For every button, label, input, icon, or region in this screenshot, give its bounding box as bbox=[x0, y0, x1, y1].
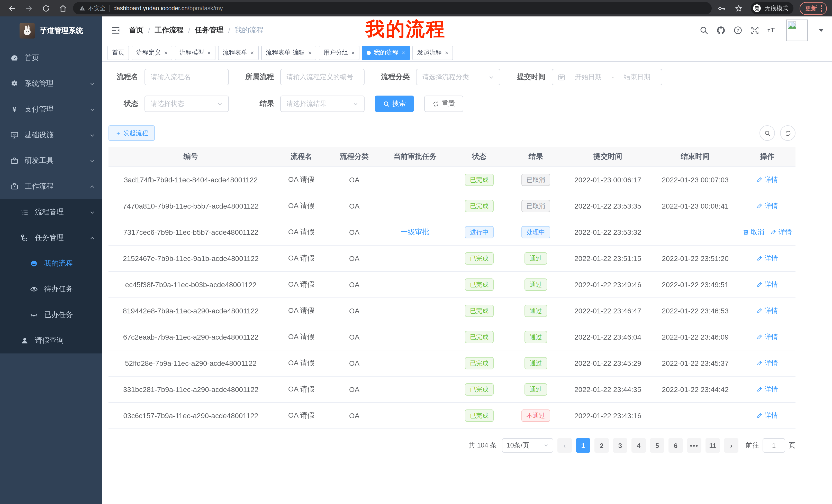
page-content: 流程名 请输入流程名 所属流程 请输入流程定义的编号 流程分类 请选择流程分类 bbox=[102, 62, 832, 504]
breadcrumb-item[interactable]: 工作流程 bbox=[155, 25, 184, 35]
cell-id: 03c6c157-7b9a-11ec-a290-acde48001122 bbox=[108, 402, 273, 429]
refresh-table-button[interactable] bbox=[780, 125, 796, 141]
reset-button[interactable]: 重置 bbox=[424, 95, 463, 112]
home-icon[interactable] bbox=[59, 4, 67, 12]
sidebar-collapse-icon[interactable] bbox=[110, 25, 121, 35]
toggle-search-button[interactable] bbox=[759, 125, 775, 141]
update-button[interactable]: 更新 bbox=[800, 2, 827, 15]
tab-流程定义[interactable]: 流程定义× bbox=[132, 46, 172, 60]
action-label: 详情 bbox=[765, 332, 778, 342]
detail-action-link[interactable]: 详情 bbox=[756, 254, 778, 263]
close-icon[interactable]: × bbox=[308, 50, 312, 56]
page-button-4[interactable]: 4 bbox=[631, 438, 646, 453]
close-icon[interactable]: × bbox=[401, 50, 405, 56]
detail-action-link[interactable]: 详情 bbox=[756, 385, 778, 394]
sidebar-item-任务管理[interactable]: 任务管理 bbox=[0, 225, 102, 251]
detail-action-link[interactable]: 详情 bbox=[756, 306, 778, 315]
browser-menu-icon[interactable] bbox=[821, 5, 822, 11]
tab-用户分组[interactable]: 用户分组× bbox=[319, 46, 359, 60]
breadcrumb-item[interactable]: 首页 bbox=[129, 25, 144, 35]
tab-发起流程[interactable]: 发起流程× bbox=[412, 46, 453, 60]
detail-action-link[interactable]: 详情 bbox=[756, 332, 778, 342]
github-icon[interactable] bbox=[716, 25, 726, 35]
cell-id: 52ffd28e-7b9a-11ec-a290-acde48001122 bbox=[108, 350, 273, 376]
result-badge: 已取消 bbox=[521, 174, 550, 186]
reload-icon[interactable] bbox=[42, 4, 50, 12]
url-text[interactable]: dashboard.yudao.iocoder.cn/bpm/task/my bbox=[113, 5, 223, 11]
sidebar-item-已办任务[interactable]: 已办任务 bbox=[0, 302, 102, 328]
tab-首页[interactable]: 首页 bbox=[107, 46, 129, 60]
back-icon[interactable] bbox=[8, 4, 17, 12]
process-definition-input[interactable]: 请输入流程定义的编号 bbox=[280, 69, 365, 85]
prev-page-button[interactable]: ‹ bbox=[557, 438, 572, 453]
page-size-select[interactable]: 10条/页 bbox=[502, 438, 553, 453]
font-size-icon[interactable]: TT bbox=[767, 25, 777, 35]
cell-id: 7470a810-7b9b-11ec-b5b7-acde48001122 bbox=[108, 193, 273, 219]
bookmark-star-icon[interactable] bbox=[734, 4, 743, 12]
cell-id: 3ad174fb-7b9d-11ec-8404-acde48001122 bbox=[108, 167, 273, 193]
detail-action-link[interactable]: 详情 bbox=[756, 411, 778, 420]
tab-流程表单[interactable]: 流程表单× bbox=[218, 46, 259, 60]
page-button-11[interactable]: 11 bbox=[705, 438, 720, 453]
close-icon[interactable]: × bbox=[164, 50, 167, 56]
sidebar-item-请假查询[interactable]: 请假查询 bbox=[0, 328, 102, 354]
detail-action-link[interactable]: 详情 bbox=[770, 228, 792, 237]
detail-action-link[interactable]: 详情 bbox=[756, 359, 778, 368]
result-select[interactable]: 请选择流结果 bbox=[280, 95, 365, 112]
sidebar-item-研发工具[interactable]: 研发工具 bbox=[0, 148, 102, 174]
detail-action-link[interactable]: 详情 bbox=[756, 280, 778, 289]
more-pages-button[interactable]: ••• bbox=[687, 438, 701, 453]
address-bar[interactable]: 不安全 dashboard.yudao.iocoder.cn/bpm/task/… bbox=[73, 2, 712, 15]
breadcrumb-item[interactable]: 任务管理 bbox=[195, 25, 224, 35]
close-icon[interactable]: × bbox=[251, 50, 254, 56]
close-icon[interactable]: × bbox=[207, 50, 211, 56]
sidebar-item-流程管理[interactable]: 流程管理 bbox=[0, 199, 102, 225]
status-select[interactable]: 请选择状态 bbox=[145, 95, 229, 112]
process-name-input[interactable]: 请输入流程名 bbox=[145, 69, 229, 85]
detail-action-link[interactable]: 详情 bbox=[756, 201, 778, 211]
logo[interactable]: 芋道管理系统 bbox=[0, 17, 102, 45]
help-icon[interactable]: ? bbox=[733, 25, 743, 35]
avatar[interactable] bbox=[786, 19, 808, 41]
end-date[interactable]: 结束日期 bbox=[618, 73, 656, 82]
sidebar-item-系统管理[interactable]: 系统管理 bbox=[0, 71, 102, 96]
tab-label: 流程表单 bbox=[223, 48, 247, 57]
sidebar-item-首页[interactable]: 首页 bbox=[0, 45, 102, 71]
tab-label: 流程定义 bbox=[136, 48, 161, 57]
tab-流程模型[interactable]: 流程模型× bbox=[175, 46, 215, 60]
page-button-3[interactable]: 3 bbox=[613, 438, 627, 453]
screen: 不安全 dashboard.yudao.iocoder.cn/bpm/task/… bbox=[0, 0, 832, 504]
cell-id: 7317cec6-7b9b-11ec-b5b7-acde48001122 bbox=[108, 219, 273, 245]
fullscreen-icon[interactable] bbox=[750, 25, 759, 35]
cancel-action-link[interactable]: 取消 bbox=[743, 228, 764, 237]
detail-action-link[interactable]: 详情 bbox=[756, 175, 778, 185]
action-label: 详情 bbox=[765, 385, 778, 394]
page-button-2[interactable]: 2 bbox=[594, 438, 609, 453]
sidebar-item-基础设施[interactable]: 基础设施 bbox=[0, 122, 102, 148]
tab-我的流程[interactable]: 我的流程× bbox=[362, 46, 410, 60]
sidebar-item-我的流程[interactable]: 我的流程 bbox=[0, 251, 102, 276]
page-button-1[interactable]: 1 bbox=[576, 438, 590, 453]
date-range-picker[interactable]: 开始日期 - 结束日期 bbox=[552, 69, 662, 85]
next-page-button[interactable]: › bbox=[724, 438, 738, 453]
key-icon[interactable] bbox=[717, 4, 726, 12]
search-button[interactable]: 搜索 bbox=[375, 95, 414, 112]
start-date[interactable]: 开始日期 bbox=[569, 73, 607, 82]
sidebar-item-支付管理[interactable]: ¥支付管理 bbox=[0, 96, 102, 122]
forward-icon[interactable] bbox=[25, 4, 33, 12]
sidebar-item-工作流程[interactable]: 工作流程 bbox=[0, 174, 102, 199]
create-process-button[interactable]: ＋ 发起流程 bbox=[108, 125, 155, 141]
category-select[interactable]: 请选择流程分类 bbox=[416, 69, 500, 85]
cell-actions: 详情 bbox=[739, 350, 796, 376]
search-icon[interactable] bbox=[699, 25, 709, 35]
avatar-dropdown-icon[interactable] bbox=[818, 29, 824, 32]
goto-page-input[interactable] bbox=[762, 438, 785, 453]
close-icon[interactable]: × bbox=[351, 50, 355, 56]
page-button-6[interactable]: 6 bbox=[669, 438, 683, 453]
tab-流程表单-编辑[interactable]: 流程表单-编辑× bbox=[261, 46, 316, 60]
current-task-link[interactable]: 一级审批 bbox=[400, 228, 430, 236]
page-button-5[interactable]: 5 bbox=[650, 438, 665, 453]
close-icon[interactable]: × bbox=[445, 50, 448, 56]
security-chip[interactable]: 不安全 bbox=[79, 4, 106, 12]
sidebar-item-待办任务[interactable]: 待办任务 bbox=[0, 276, 102, 302]
